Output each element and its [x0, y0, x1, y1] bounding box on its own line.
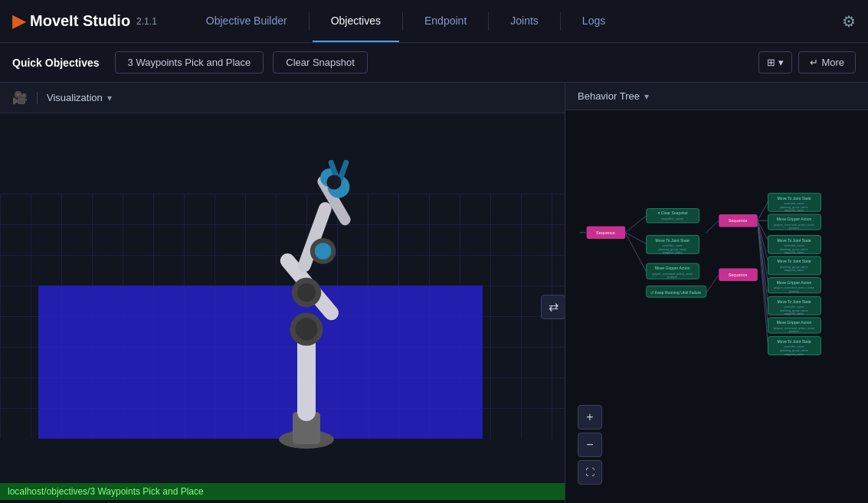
svg-text:Move Gripper Action: Move Gripper Action [655, 266, 690, 270]
nav-items: Objective Builder Objectives Endpoint Jo… [188, 1, 842, 42]
zoom-in-button[interactable]: + [578, 405, 602, 430]
svg-text:planning_group_name: planning_group_name [780, 309, 807, 312]
more-label: More [821, 57, 844, 68]
bt-nodes-svg: Sequence ✕ Clear Snapshot snapshot_name … [565, 110, 868, 497]
toolbar: Quick Objectives 3 Waypoints Pick and Pl… [0, 43, 868, 83]
svg-text:↺ Keep Running Until Failure: ↺ Keep Running Until Failure [650, 290, 701, 295]
topnav: ▶ MoveIt Studio 2.1.1 Objective Builder … [0, 0, 868, 43]
svg-text:gripper_command_action_name: gripper_command_action_name [774, 224, 814, 227]
svg-text:planning_group_name: planning_group_name [780, 248, 807, 251]
svg-point-7 [297, 283, 316, 302]
status-bar: localhost/objectives/3 Waypoints Pick an… [0, 483, 565, 500]
svg-text:controller_name: controller_name [784, 202, 804, 205]
svg-text:Sequence: Sequence [729, 273, 748, 277]
svg-line-44 [758, 220, 768, 345]
status-text: localhost/objectives/3 Waypoints Pick an… [8, 486, 204, 497]
nav-separator-3 [488, 12, 489, 31]
nav-separator-2 [402, 12, 403, 31]
svg-text:position: position [789, 227, 799, 230]
bt-dropdown-icon[interactable]: ▾ [644, 91, 649, 102]
layout-button[interactable]: ⊞ ▾ [758, 51, 792, 73]
settings-icon[interactable]: ⚙ [842, 12, 856, 31]
camera-icon: 🎥 [12, 90, 28, 105]
layout-icon: ⊞ [767, 57, 775, 68]
nav-item-endpoint[interactable]: Endpoint [406, 1, 485, 42]
svg-point-10 [315, 243, 332, 260]
svg-line-37 [758, 201, 768, 220]
svg-text:gripper_command_action_name: gripper_command_action_name [774, 327, 814, 330]
svg-text:gripper_command_action_name: gripper_command_action_name [774, 286, 814, 289]
svg-text:planning_group_name: planning_group_name [658, 248, 686, 251]
clear-snapshot-button[interactable]: Clear Snapshot [273, 51, 368, 73]
app-version: 2.1.1 [136, 16, 157, 27]
viz-header: 🎥 Visualization ▾ [0, 83, 565, 113]
svg-point-16 [326, 175, 341, 189]
svg-text:planning_group_name: planning_group_name [780, 206, 807, 209]
nav-item-joints[interactable]: Joints [492, 1, 557, 42]
svg-text:position: position [789, 290, 799, 293]
svg-text:controller_name: controller_name [784, 244, 804, 247]
svg-text:waypoint_name: waypoint_name [784, 312, 804, 315]
svg-text:waypoint_name: waypoint_name [784, 209, 804, 212]
svg-text:Move Gripper Action: Move Gripper Action [777, 280, 812, 285]
svg-text:Move To Joint State: Move To Joint State [777, 339, 811, 344]
quick-objectives-label: Quick Objectives [12, 57, 100, 69]
logo: ▶ MoveIt Studio 2.1.1 [12, 11, 157, 31]
svg-text:Move To Joint State: Move To Joint State [777, 259, 811, 263]
svg-text:waypoint_name: waypoint_name [784, 269, 804, 272]
svg-text:Move To Joint State: Move To Joint State [777, 299, 811, 304]
main-content: 🎥 Visualization ▾ [0, 83, 868, 503]
nav-item-objective-builder[interactable]: Objective Builder [188, 1, 306, 42]
svg-line-84 [706, 275, 719, 293]
bt-canvas: Sequence ✕ Clear Snapshot snapshot_name … [565, 110, 868, 497]
nav-item-logs[interactable]: Logs [564, 1, 624, 42]
svg-text:Move To Joint State: Move To Joint State [777, 238, 811, 243]
layout-chevron: ▾ [778, 57, 784, 68]
svg-text:✕ Clear Snapshot: ✕ Clear Snapshot [657, 211, 689, 215]
svg-text:Sequence: Sequence [729, 218, 748, 223]
more-arrow-icon: ↵ [810, 57, 818, 68]
svg-text:Move Gripper Action: Move Gripper Action [777, 217, 812, 221]
svg-text:snapshot_name: snapshot_name [661, 217, 684, 220]
moveit-logo-icon: ▶ [12, 11, 25, 31]
viz-separator [37, 92, 38, 104]
svg-text:planning_group_name: planning_group_name [780, 266, 807, 269]
fit-button[interactable]: ⛶ [578, 460, 602, 485]
robot-arm-svg [230, 136, 383, 458]
svg-text:controller_name: controller_name [784, 345, 804, 348]
viewport: ⇄ localhost/objectives/3 Waypoints Pick … [0, 113, 565, 500]
svg-text:waypoint_name: waypoint_name [663, 251, 683, 254]
svg-text:planning_group_name: planning_group_name [780, 349, 807, 352]
svg-text:Move Gripper Action: Move Gripper Action [777, 320, 812, 325]
viz-panel: 🎥 Visualization ▾ [0, 83, 565, 503]
svg-text:position: position [667, 276, 677, 279]
svg-text:Sequence: Sequence [596, 230, 615, 235]
svg-line-83 [706, 220, 719, 233]
more-button[interactable]: ↵ More [798, 51, 856, 73]
bt-header: Behavior Tree ▾ [565, 83, 868, 110]
svg-point-4 [296, 318, 318, 341]
nav-separator-1 [309, 12, 310, 31]
viz-title: Visualization [47, 92, 103, 103]
nav-separator-4 [560, 12, 561, 31]
app-name: MoveIt Studio [30, 12, 130, 30]
svg-text:waypoint_name: waypoint_name [784, 353, 804, 356]
svg-text:gripper_command_action_name: gripper_command_action_name [652, 273, 692, 276]
swap-panels-button[interactable]: ⇄ [541, 295, 565, 319]
svg-text:controller_name: controller_name [784, 305, 804, 309]
nav-item-objectives[interactable]: Objectives [313, 1, 399, 42]
svg-text:position: position [789, 330, 799, 333]
zoom-out-button[interactable]: − [578, 433, 602, 457]
waypoints-button[interactable]: 3 Waypoints Pick and Place [115, 51, 264, 73]
svg-text:controller_name: controller_name [663, 244, 683, 247]
bt-zoom-controls: + − ⛶ [578, 405, 602, 485]
svg-text:Move To Joint State: Move To Joint State [777, 196, 811, 201]
viz-dropdown-icon[interactable]: ▾ [107, 93, 112, 103]
svg-text:Move To Joint State: Move To Joint State [656, 238, 689, 243]
svg-text:waypoint_name: waypoint_name [784, 251, 804, 254]
bt-panel: Behavior Tree ▾ Sequence ✕ Clear Snapsho… [565, 83, 868, 503]
toolbar-right: ⊞ ▾ ↵ More [758, 51, 856, 73]
bt-title: Behavior Tree [578, 90, 640, 102]
svg-line-18 [625, 216, 647, 233]
